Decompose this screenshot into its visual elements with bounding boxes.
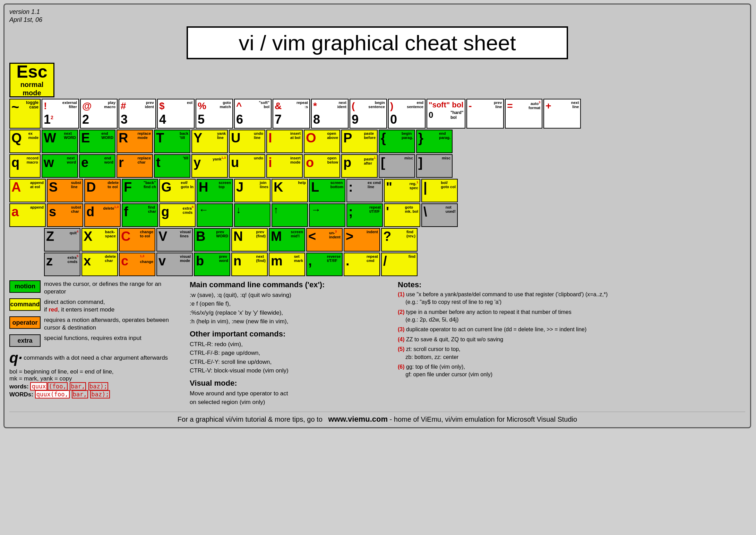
key-exclaim: ! externalfilter 12 <box>42 99 79 129</box>
key-f: f findchar <box>122 203 158 227</box>
key-slash: / find <box>381 253 418 276</box>
key-comma: , reverset/T/f/F <box>306 253 343 276</box>
key-p: p paste1after <box>341 154 378 178</box>
key-s: s substchar <box>47 203 83 227</box>
esc-sublabel: normalmode <box>20 80 44 97</box>
title-box: vi / vim graphical cheat sheet <box>187 26 568 59</box>
key-r: r replacechar <box>117 154 153 178</box>
dot-cmd-symbol: q· <box>9 350 22 366</box>
key-G: G eof/goto ln <box>159 179 196 202</box>
key-Y: Y yankline <box>191 130 228 153</box>
key-a: a append <box>9 203 46 227</box>
key-b: b prevword <box>194 253 230 276</box>
footer-website: www.viemu.com <box>328 415 388 423</box>
legend-command-badge: command <box>9 298 41 311</box>
key-rcurly: } endparag. <box>416 130 453 153</box>
key-n: n next(find) <box>231 253 268 276</box>
key-l: → <box>309 203 345 227</box>
key-j: ↓ <box>234 203 270 227</box>
key-P: P pastebefore <box>341 130 378 153</box>
key-O-upper: O openabove <box>304 130 340 153</box>
key-c: c 1,3change <box>119 253 155 276</box>
key-E: E endWORD <box>79 130 115 153</box>
key-e: e endword <box>79 154 115 178</box>
page-title: vi / vim graphical cheat sheet <box>188 30 567 55</box>
key-H: H screentop <box>197 179 233 202</box>
key-x: x deletechar <box>81 253 118 276</box>
legend-extra-badge: extra <box>9 334 41 347</box>
note-4: (4) ZZ to save & quit, ZQ to quit w/o sa… <box>398 336 745 343</box>
key-Q: Q exmode <box>9 130 41 153</box>
legend-operator-badge: operator <box>9 316 41 329</box>
key-period: . repeatcmd <box>344 253 380 276</box>
key-U: U undoline <box>229 130 265 153</box>
key-K: K help <box>272 179 308 202</box>
note-2: (2) type in a number before any action t… <box>398 308 745 324</box>
key-lbracket: [ misc <box>379 154 415 178</box>
key-u: u undo <box>229 154 265 178</box>
legend-motion-text: moves the cursor, or defines the range f… <box>44 280 176 296</box>
legend-command-text: direct action command,if red, it enters … <box>44 298 114 314</box>
key-R: R replacemode <box>117 130 153 153</box>
key-question: ? find(rev.) <box>381 228 418 252</box>
key-apostrophe: ' gotomk. bol <box>384 203 420 227</box>
key-Z: Z quit4 <box>44 228 80 252</box>
key-B: B prevWORD <box>194 228 230 252</box>
key-o: o openbelow <box>304 154 340 178</box>
key-A: A appendat eol <box>9 179 46 202</box>
key-lt: < un-3indent <box>306 228 343 252</box>
key-g: g extra6cmds <box>159 203 196 227</box>
key-i: i insertmode <box>266 154 303 178</box>
key-percent: % gotomatch 5 <box>196 99 233 129</box>
key-rbracket: ] misc <box>416 154 453 178</box>
key-N: N prev(find) <box>231 228 268 252</box>
key-ampersand: & repeat:s 7 <box>273 99 310 129</box>
key-I: I insertat bol <box>266 130 303 153</box>
esc-key: Esc normalmode <box>9 63 54 97</box>
key-D: D deleteto eol <box>84 179 121 202</box>
key-quote: " reg.1spec <box>384 179 420 202</box>
key-F: F "back"find ch <box>122 179 158 202</box>
key-star: * nextident 8 <box>311 99 349 129</box>
key-tilde: ~ togglecase <box>9 99 41 129</box>
words-row: words: quux(foo, bar, baz); <box>9 383 176 390</box>
legend-extra-text: special functions, requires extra input <box>44 334 141 342</box>
key-backslash: \ notused! <box>421 203 458 227</box>
key-caret: ^ "soft"bol 6 <box>234 99 272 129</box>
legend-motion-badge: motion <box>9 280 41 293</box>
key-T: T back'till <box>154 130 190 153</box>
key-semicolon: ; repeatt/T/f/F <box>346 203 383 227</box>
key-z: z extra5cmds <box>44 253 80 276</box>
note-6: (6) gg: top of file (vim only), gf: open… <box>398 363 745 379</box>
key-L: L screenbottom <box>309 179 345 202</box>
key-equals: = auto3format <box>505 99 542 129</box>
key-S: S substline <box>47 179 83 202</box>
visual-mode-text: Move around and type operator to act on … <box>190 389 384 407</box>
key-J: J joinlines <box>234 179 270 202</box>
visual-mode-title: Visual mode: <box>190 379 384 388</box>
key-gt: > indent <box>344 228 380 252</box>
key-minus: - prevline <box>466 99 504 129</box>
key-hash: # prevident 3 <box>119 99 156 129</box>
note-3: (3) duplicate operator to act on current… <box>398 326 745 333</box>
key-colon: : ex cmdline <box>346 179 383 202</box>
key-d: d delete1,3 <box>84 203 121 227</box>
key-w: w nextword <box>42 154 78 178</box>
other-commands-title: Other important comands: <box>190 330 384 339</box>
key-underscore: "soft" bol 0 "hard"bol <box>427 99 465 129</box>
key-pipe: | bol/goto col <box>421 179 458 202</box>
legend-operator-text: requires a motion afterwards, operates b… <box>44 316 176 332</box>
words-row2: WORDs: quux(foo, bar, baz); <box>9 391 176 398</box>
notes-title: Notes: <box>398 280 745 289</box>
key-X: X back-space <box>81 228 118 252</box>
key-k: ↑ <box>272 203 308 227</box>
other-commands-text: CTRL-R: redo (vim), CTRL-F/-B: page up/d… <box>190 340 384 375</box>
note-1: (1) use "x before a yank/paste/del comma… <box>398 291 745 306</box>
key-y: y yank1,3 <box>191 154 228 178</box>
key-m: m setmark <box>269 253 305 276</box>
abbrev-text: bol = beginning of line, eol = end of li… <box>9 368 176 382</box>
key-v: v visualmode <box>156 253 193 276</box>
note-5: (5) zt: scroll cursor to top, zb: bottom… <box>398 345 745 361</box>
key-dollar: $ eol 4 <box>157 99 195 129</box>
key-t: t 'till <box>154 154 190 178</box>
